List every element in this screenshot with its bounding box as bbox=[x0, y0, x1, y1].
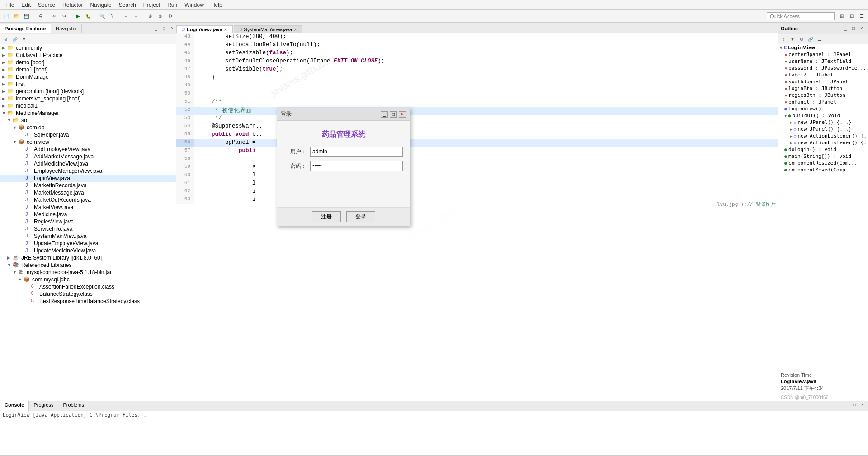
tab-console[interactable]: Console bbox=[0, 401, 29, 411]
open-btn[interactable]: 📂 bbox=[12, 12, 21, 21]
print-btn[interactable]: 🖨 bbox=[36, 12, 45, 21]
run-btn[interactable]: ▶ bbox=[74, 12, 83, 21]
tree-item-updateemp[interactable]: J UpdateEmployeeView.java bbox=[0, 240, 176, 247]
tree-item-updatemed[interactable]: J UpdateMedicineView.java bbox=[0, 247, 176, 254]
menu-edit[interactable]: Edit bbox=[18, 1, 34, 9]
outline-item-compmoved[interactable]: ● componentMoved(Comp... bbox=[778, 166, 868, 173]
tree-item-geo[interactable]: ▶ 📁 geocomium [boot] [devtools] bbox=[0, 88, 176, 95]
tree-item-imm[interactable]: ▶ 📁 immersive_shopping [boot] bbox=[0, 95, 176, 102]
outline-sort-btn[interactable]: ↕ bbox=[779, 36, 788, 43]
menu-file[interactable]: File bbox=[2, 1, 18, 9]
outline-item-password[interactable]: ▪ password : JPasswordFie... bbox=[778, 65, 868, 71]
tree-item-marketmsg[interactable]: J MarketMessage.java bbox=[0, 189, 176, 196]
tree-item-addmed[interactable]: J AddMedicineView.java bbox=[0, 160, 176, 167]
outline-minimize-btn[interactable]: _ bbox=[842, 25, 849, 32]
tab-loginview[interactable]: J LoginView.java × bbox=[176, 25, 233, 33]
close-panel-btn[interactable]: × bbox=[169, 25, 176, 32]
dialog-password-input[interactable] bbox=[310, 161, 403, 171]
tab-progress[interactable]: Progress bbox=[29, 401, 58, 411]
tree-item-dorm[interactable]: ▶ 📁 DormManage bbox=[0, 73, 176, 81]
outline-item-compresized[interactable]: ● componentResized(Com... bbox=[778, 160, 868, 166]
tab-sysmain[interactable]: J SystemMainView.java × bbox=[234, 25, 302, 33]
tree-item-comdb[interactable]: ▼ 📦 com.db bbox=[0, 124, 176, 131]
undo-btn[interactable]: ↩ bbox=[50, 12, 59, 21]
outline-item-actionlistener2[interactable]: ▶ ◇ new ActionListener() {...} bbox=[778, 139, 868, 146]
tab-sysmain-close[interactable]: × bbox=[294, 27, 297, 32]
quick-access-input[interactable]: Quick Access bbox=[767, 12, 835, 20]
tree-item-sysmain[interactable]: J SystemMainView.java bbox=[0, 233, 176, 240]
tree-item-mysql-pkg[interactable]: ▼ 📦 com.mysql.jdbc bbox=[0, 276, 176, 283]
tree-item-marketout[interactable]: J MarketOutRecords.java bbox=[0, 196, 176, 204]
link-editor-btn[interactable]: 🔗 bbox=[11, 36, 19, 43]
outline-link-btn[interactable]: 🔗 bbox=[807, 36, 815, 43]
tree-item-regies[interactable]: J RegiesView.java bbox=[0, 218, 176, 225]
console-content[interactable]: LoginView [Java Application] C:\Program … bbox=[0, 411, 868, 455]
tree-item-reflibs[interactable]: ▼ 📚 Referenced Libraries bbox=[0, 261, 176, 269]
menu-run[interactable]: Run bbox=[164, 1, 181, 9]
outline-collapse-btn[interactable]: ⊖ bbox=[797, 36, 806, 43]
tree-item-mysql-jar[interactable]: ▼ 🗜 mysql-connector-java-5.1.18-bin.jar bbox=[0, 269, 176, 276]
toolbar-extra-3[interactable]: ⚙ bbox=[165, 12, 175, 21]
outline-item-regiesbtn[interactable]: ▪ regiesBtn : JButton bbox=[778, 92, 868, 99]
outline-item-class[interactable]: ▼ C LoginView bbox=[778, 44, 868, 51]
menu-project[interactable]: Project bbox=[140, 1, 164, 9]
collapse-all-btn[interactable]: ⊖ bbox=[2, 36, 10, 43]
menu-window[interactable]: Window bbox=[181, 1, 208, 9]
maximize-panel-btn[interactable]: □ bbox=[160, 25, 168, 32]
outline-item-label2[interactable]: ▪ label2 : JLabel bbox=[778, 71, 868, 78]
tree-item-empmgr[interactable]: J EmployeeManagerView.java bbox=[0, 167, 176, 175]
tab-loginview-close[interactable]: × bbox=[224, 27, 227, 32]
dialog-username-input[interactable] bbox=[310, 147, 403, 157]
menu-search[interactable]: Search bbox=[115, 1, 140, 9]
tree-item-addemployee[interactable]: J AddEmployeeView.java bbox=[0, 146, 176, 153]
tree-item-comview[interactable]: ▼ 📦 com.view bbox=[0, 138, 176, 146]
menu-help[interactable]: Help bbox=[208, 1, 226, 9]
tree-item-cutjava[interactable]: ▶ 📁 CutJavaEEPractice bbox=[0, 52, 176, 59]
register-button[interactable]: 注册 bbox=[312, 211, 341, 222]
tree-item-medmgr[interactable]: ▼ 📂 MedicineManager bbox=[0, 109, 176, 117]
perspective-btn-3[interactable]: ☰ bbox=[857, 12, 866, 21]
tree-item-loginview[interactable]: J LoginView.java bbox=[0, 175, 176, 182]
back-btn[interactable]: ← bbox=[122, 12, 131, 21]
debug-btn[interactable]: 🐛 bbox=[84, 12, 93, 21]
menu-navigate[interactable]: Navigate bbox=[86, 1, 115, 9]
editor-area[interactable]: javams.github.io javams.github.io javams… bbox=[176, 33, 778, 401]
dialog-restore-btn[interactable]: □ bbox=[390, 111, 397, 118]
toolbar-extra-1[interactable]: ⊕ bbox=[146, 12, 155, 21]
tree-item-marketin[interactable]: J MarketInRecords.java bbox=[0, 182, 176, 189]
perspective-btn-1[interactable]: ⊞ bbox=[837, 12, 846, 21]
outline-filter-btn[interactable]: ▼ bbox=[788, 36, 797, 43]
tree-item-balance[interactable]: C BalanceStrategy.class bbox=[0, 290, 176, 298]
redo-btn[interactable]: ↪ bbox=[60, 12, 69, 21]
tree-item-demo[interactable]: ▶ 📁 demo [boot] bbox=[0, 59, 176, 66]
tree-item-demo1[interactable]: ▶ 📁 demo1 [boot] bbox=[0, 66, 176, 73]
save-btn[interactable]: 💾 bbox=[22, 12, 31, 21]
console-close-btn[interactable]: × bbox=[859, 401, 866, 408]
console-maximize-btn[interactable]: □ bbox=[851, 401, 858, 408]
tree-item-medicine[interactable]: J Medicine.java bbox=[0, 211, 176, 218]
outline-item-jpanel2[interactable]: ▶ ◇ new JPanel() {...} bbox=[778, 126, 868, 133]
search-btn[interactable]: 🔍 bbox=[98, 12, 107, 21]
tree-item-svcinfo[interactable]: J ServiceInfo.java bbox=[0, 225, 176, 233]
tree-item-src[interactable]: ▼ 📂 src bbox=[0, 117, 176, 124]
minimize-panel-btn[interactable]: _ bbox=[152, 25, 160, 32]
perspective-btn-2[interactable]: ⊡ bbox=[847, 12, 856, 21]
outline-item-bgpanel[interactable]: ▪ bgPanel : JPanel bbox=[778, 99, 868, 105]
outline-item-dologin[interactable]: ● doLogin() : void bbox=[778, 146, 868, 153]
menu-refactor[interactable]: Refactor bbox=[59, 1, 86, 9]
outline-item-loginbtn[interactable]: ▪ loginBtn : JButton bbox=[778, 85, 868, 92]
outline-item-centerjpanel[interactable]: ▪ centerJpanel : JPanel bbox=[778, 51, 868, 58]
tab-navigator[interactable]: Navigator bbox=[51, 24, 82, 33]
menu-source[interactable]: Source bbox=[34, 1, 59, 9]
outline-close-btn[interactable]: × bbox=[858, 25, 865, 32]
outline-item-constructor[interactable]: ● LoginView() bbox=[778, 105, 868, 112]
tree-item-jre[interactable]: ▶ ☕ JRE System Library [jdk1.8.0_60] bbox=[0, 254, 176, 261]
new-file-btn[interactable]: 📄 bbox=[2, 12, 11, 21]
outline-item-main[interactable]: ● main(String[]) : void bbox=[778, 153, 868, 160]
outline-menu-btn[interactable]: ☰ bbox=[816, 36, 824, 43]
tab-package-explorer[interactable]: Package Explorer bbox=[0, 24, 51, 33]
tree-item-addmarket[interactable]: J AddMarketMessage.java bbox=[0, 153, 176, 160]
tree-container[interactable]: ▶ 📁 community ▶ 📁 CutJavaEEPractice ▶ 📁 … bbox=[0, 44, 176, 401]
dialog-close-btn[interactable]: × bbox=[399, 111, 406, 118]
tree-item-bestresponse[interactable]: C BestResponseTimeBalanceStrategy.class bbox=[0, 298, 176, 305]
